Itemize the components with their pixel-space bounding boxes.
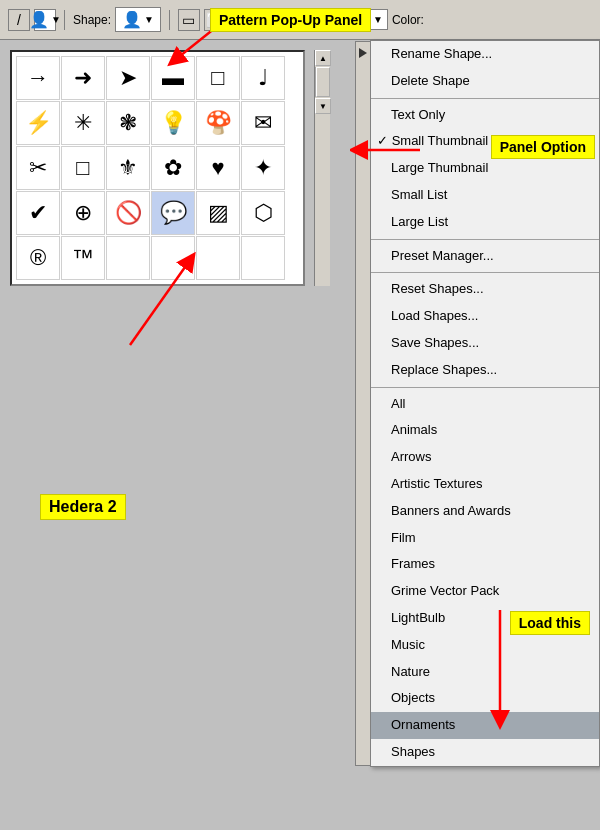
- shape-cell-6[interactable]: ⚡: [16, 101, 60, 145]
- menu-item-large-list[interactable]: Large List: [371, 209, 599, 236]
- menu-item-text-only[interactable]: Text Only: [371, 102, 599, 129]
- shape-cell-23[interactable]: ⬡: [241, 191, 285, 235]
- menu-item-rename[interactable]: Rename Shape...: [371, 41, 599, 68]
- menu-item-grime[interactable]: Grime Vector Pack: [371, 578, 599, 605]
- tool-icon-1[interactable]: /: [8, 9, 30, 31]
- menu-item-objects[interactable]: Objects: [371, 685, 599, 712]
- shape-cell-10[interactable]: 🍄: [196, 101, 240, 145]
- menu-item-ornaments[interactable]: Ornaments: [371, 712, 599, 739]
- shape-cell-2[interactable]: ➤: [106, 56, 150, 100]
- shape-cell-12[interactable]: ✂: [16, 146, 60, 190]
- menu-item-all[interactable]: All: [371, 391, 599, 418]
- shape-cell-19[interactable]: ⊕: [61, 191, 105, 235]
- shape-cell-16[interactable]: ♥: [196, 146, 240, 190]
- pattern-popup-annotation: Pattern Pop-Up Panel: [210, 8, 371, 32]
- menu-item-film[interactable]: Film: [371, 525, 599, 552]
- scrollbar[interactable]: ▲ ▼: [314, 50, 330, 286]
- menu-item-artistic-textures[interactable]: Artistic Textures: [371, 471, 599, 498]
- shape-cell-13[interactable]: □: [61, 146, 105, 190]
- shape-cell-5[interactable]: ♩: [241, 56, 285, 100]
- menu-separator-sep3: [371, 272, 599, 273]
- shapes-panel: →➜➤▬□♩⚡✳❃💡🍄✉✂□⚜✿♥✦✔⊕🚫💬▨⬡®™ ▲ ▼ Hedera 2: [0, 40, 340, 830]
- panel-option-annotation: Panel Option: [491, 135, 595, 159]
- shape-cell-8[interactable]: ❃: [106, 101, 150, 145]
- layout-icon-1[interactable]: ▭: [178, 9, 200, 31]
- shape-cell-4[interactable]: □: [196, 56, 240, 100]
- shape-cell-9[interactable]: 💡: [151, 101, 195, 145]
- shape-cell-24[interactable]: ®: [16, 236, 60, 280]
- shape-cell-18[interactable]: ✔: [16, 191, 60, 235]
- menu-item-preset-manager[interactable]: Preset Manager...: [371, 243, 599, 270]
- hedera2-label: Hedera 2: [40, 494, 126, 520]
- menu-item-load-shapes[interactable]: Load Shapes...: [371, 303, 599, 330]
- panel-option-button[interactable]: [355, 41, 371, 766]
- shape-cell-7[interactable]: ✳: [61, 101, 105, 145]
- load-this-annotation: Load this: [510, 611, 590, 635]
- menu-item-arrows[interactable]: Arrows: [371, 444, 599, 471]
- menu-item-save-shapes[interactable]: Save Shapes...: [371, 330, 599, 357]
- menu-separator-sep1: [371, 98, 599, 99]
- shape-dropdown[interactable]: 👤 ▼: [115, 7, 161, 32]
- menu-item-small-list[interactable]: Small List: [371, 182, 599, 209]
- menu-item-large-thumbnail[interactable]: Large Thumbnail: [371, 155, 599, 182]
- menu-separator-sep2: [371, 239, 599, 240]
- scroll-down[interactable]: ▼: [315, 98, 331, 114]
- shape-cell-3[interactable]: ▬: [151, 56, 195, 100]
- main-area: →➜➤▬□♩⚡✳❃💡🍄✉✂□⚜✿♥✦✔⊕🚫💬▨⬡®™ ▲ ▼ Hedera 2: [0, 40, 600, 830]
- menu-item-shapes[interactable]: Shapes: [371, 739, 599, 766]
- menu-item-frames[interactable]: Frames: [371, 551, 599, 578]
- menu-item-delete[interactable]: Delete Shape: [371, 68, 599, 95]
- menu-separator-sep4: [371, 387, 599, 388]
- shape-cell-11[interactable]: ✉: [241, 101, 285, 145]
- shape-cell-21[interactable]: 💬: [151, 191, 195, 235]
- shape-cell-26[interactable]: [106, 236, 150, 280]
- shape-cell-15[interactable]: ✿: [151, 146, 195, 190]
- shape-cell-28[interactable]: [196, 236, 240, 280]
- shape-cell-27[interactable]: [151, 236, 195, 280]
- scroll-up[interactable]: ▲: [315, 50, 331, 66]
- shape-picker[interactable]: 👤 ▼: [34, 9, 56, 31]
- dropdown-area: Panel Option Load this: [340, 40, 600, 830]
- shape-cell-1[interactable]: ➜: [61, 56, 105, 100]
- shape-cell-17[interactable]: ✦: [241, 146, 285, 190]
- shapes-grid: →➜➤▬□♩⚡✳❃💡🍄✉✂□⚜✿♥✦✔⊕🚫💬▨⬡®™: [16, 56, 299, 280]
- color-label: Color:: [392, 13, 424, 27]
- shape-cell-0[interactable]: →: [16, 56, 60, 100]
- shapes-grid-container: →➜➤▬□♩⚡✳❃💡🍄✉✂□⚜✿♥✦✔⊕🚫💬▨⬡®™: [10, 50, 305, 286]
- menu-item-music[interactable]: Music: [371, 632, 599, 659]
- menu-item-banners[interactable]: Banners and Awards: [371, 498, 599, 525]
- shape-cell-14[interactable]: ⚜: [106, 146, 150, 190]
- menu-item-animals[interactable]: Animals: [371, 417, 599, 444]
- shape-cell-25[interactable]: ™: [61, 236, 105, 280]
- shape-label: Shape:: [73, 13, 111, 27]
- shape-cell-22[interactable]: ▨: [196, 191, 240, 235]
- shape-cell-29[interactable]: [241, 236, 285, 280]
- menu-item-replace-shapes[interactable]: Replace Shapes...: [371, 357, 599, 384]
- menu-item-reset-shapes[interactable]: Reset Shapes...: [371, 276, 599, 303]
- menu-item-nature[interactable]: Nature: [371, 659, 599, 686]
- shape-cell-20[interactable]: 🚫: [106, 191, 150, 235]
- scroll-thumb[interactable]: [316, 67, 330, 97]
